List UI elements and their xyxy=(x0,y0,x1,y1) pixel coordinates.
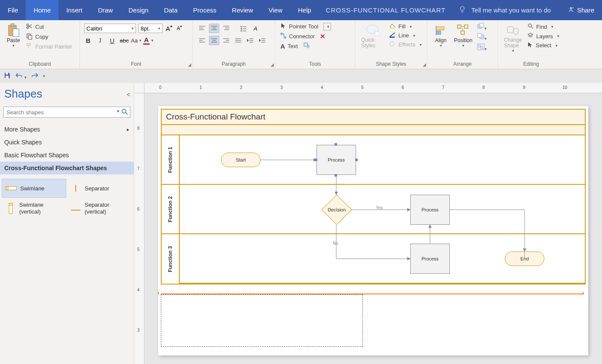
change-shape-button[interactable]: Change Shape▾ xyxy=(502,22,524,54)
customize-qat-button[interactable]: ▾ xyxy=(43,74,45,78)
send-backward-button[interactable]: ▾ xyxy=(477,33,487,42)
increase-font-icon[interactable]: A▴ xyxy=(165,24,173,32)
bring-forward-button[interactable]: ▾ xyxy=(477,23,487,31)
swimlane-container[interactable]: Cross-Functional Flowchart Function 1 Fu… xyxy=(161,109,586,284)
fill-button[interactable]: Fill xyxy=(388,22,423,31)
selection-handle[interactable] xyxy=(355,159,358,161)
font-name-select[interactable]: Calibri▾ xyxy=(84,24,136,33)
connector-tool-button[interactable]: Connector xyxy=(280,32,316,41)
drawing-page[interactable]: Cross-Functional Flowchart Function 1 Fu… xyxy=(158,106,588,355)
decrease-font-icon[interactable]: A▾ xyxy=(175,24,183,32)
lane-label-1[interactable]: Function 1 xyxy=(162,135,179,185)
search-shapes-input[interactable] xyxy=(3,107,130,118)
undo-button[interactable] xyxy=(15,72,27,80)
collapse-pane-button[interactable]: < xyxy=(127,91,130,98)
tab-draw[interactable]: Draw xyxy=(90,0,121,20)
category-basic-flowchart[interactable]: Basic Flowchart Shapes xyxy=(0,149,134,162)
svg-rect-17 xyxy=(390,28,395,29)
align-top-right-button[interactable] xyxy=(221,24,231,33)
category-cross-functional[interactable]: Cross-Functional Flowchart Shapes xyxy=(0,162,134,174)
underline-button[interactable]: U xyxy=(108,37,116,44)
copy-button[interactable]: Copy xyxy=(25,32,73,42)
find-button[interactable]: Find xyxy=(526,22,560,31)
decrease-indent-button[interactable] xyxy=(245,36,255,45)
tab-insert[interactable]: Insert xyxy=(58,0,90,20)
svg-rect-26 xyxy=(480,23,484,27)
tab-home[interactable]: Home xyxy=(26,0,58,20)
tab-data[interactable]: Data xyxy=(156,0,185,20)
select-button[interactable]: Select xyxy=(526,41,560,50)
phase-bar[interactable] xyxy=(162,125,585,135)
italic-button[interactable]: I xyxy=(96,37,104,44)
position-label: Position xyxy=(454,37,473,43)
tab-help[interactable]: Help xyxy=(290,0,319,20)
font-size-select[interactable]: 8pt.▾ xyxy=(138,24,163,33)
rectangle-tool-button[interactable] xyxy=(323,23,331,31)
bold-button[interactable]: B xyxy=(84,37,92,44)
paste-button[interactable]: Paste ▾ xyxy=(4,22,22,49)
strikethrough-button[interactable]: abc xyxy=(120,37,128,44)
flowchart-title[interactable]: Cross-Functional Flowchart xyxy=(162,110,585,125)
tab-process[interactable]: Process xyxy=(185,0,224,20)
align-center-button[interactable] xyxy=(209,36,219,45)
save-button[interactable] xyxy=(3,72,11,81)
svg-rect-28 xyxy=(478,34,482,37)
svg-rect-3 xyxy=(11,24,14,26)
shape-process-3[interactable]: Process xyxy=(410,244,450,274)
align-button[interactable]: Align▾ xyxy=(432,22,450,49)
align-top-left-button[interactable] xyxy=(197,24,207,33)
redo-button[interactable] xyxy=(31,72,39,80)
tab-file[interactable]: File xyxy=(0,0,26,20)
pointer-tool-button[interactable]: Pointer Tool xyxy=(280,22,319,31)
align-top-center-button[interactable] xyxy=(209,24,219,33)
selection-handle[interactable] xyxy=(315,159,317,161)
justify-button[interactable] xyxy=(233,36,243,45)
quick-styles-button[interactable]: Quick Styles xyxy=(359,22,385,49)
shape-styles-launcher-icon[interactable]: ◢ xyxy=(423,62,426,67)
lane-label-2[interactable]: Function 2 xyxy=(162,185,179,234)
bullets-button[interactable] xyxy=(238,24,249,33)
layers-button[interactable]: Layers xyxy=(526,31,560,41)
increase-indent-button[interactable] xyxy=(257,36,267,45)
font-dialog-launcher-icon[interactable]: ◢ xyxy=(188,62,191,67)
tab-review[interactable]: Review xyxy=(224,0,261,20)
change-case-button[interactable]: Aa xyxy=(132,37,140,44)
font-color-button[interactable]: A xyxy=(144,37,152,44)
shape-process-1[interactable]: Process xyxy=(316,145,356,175)
tab-view[interactable]: View xyxy=(261,0,290,20)
group-button[interactable]: ▾ xyxy=(477,43,487,52)
line-button[interactable]: Line xyxy=(388,31,423,40)
text-block-button[interactable] xyxy=(303,42,310,51)
shape-decision[interactable]: Decision xyxy=(322,195,352,225)
category-more-shapes[interactable]: More Shapes▸ xyxy=(0,123,134,136)
search-icon[interactable] xyxy=(121,108,129,117)
text-tool-button[interactable]: A Text xyxy=(280,42,299,51)
stencil-separator[interactable]: Separator xyxy=(66,179,131,198)
stencil-swimlane-vertical[interactable]: Swimlane (vertical) xyxy=(2,198,66,219)
stencil-separator-vertical[interactable]: Separator (vertical) xyxy=(66,198,131,219)
stencil-swimlane[interactable]: Swimlane xyxy=(2,179,66,198)
lane-label-3[interactable]: Function 3 xyxy=(162,234,179,284)
align-right-button[interactable] xyxy=(221,36,231,45)
effects-button[interactable]: Effects xyxy=(388,40,423,49)
selection-handle[interactable] xyxy=(335,143,337,146)
align-left-button[interactable] xyxy=(197,36,207,45)
shape-end[interactable]: End xyxy=(505,251,544,266)
format-painter-button[interactable]: Format Painter xyxy=(25,42,73,52)
drawing-canvas[interactable]: 0 1 2 3 4 5 6 7 8 9 10 8 7 6 5 4 3 xyxy=(134,83,602,364)
tabs-bar: File Home Insert Draw Design Data Proces… xyxy=(0,0,602,20)
cut-button[interactable]: Cut xyxy=(25,22,73,32)
connection-point-button[interactable]: ✕ xyxy=(320,33,326,40)
position-button[interactable]: Position▾ xyxy=(452,22,474,49)
tell-me-search[interactable]: Tell me what you want to do xyxy=(458,0,551,20)
shape-process-2[interactable]: Process xyxy=(410,195,450,225)
shape-start[interactable]: Start xyxy=(221,153,261,167)
search-filter-dropdown[interactable]: ▾ xyxy=(117,109,119,113)
tab-design[interactable]: Design xyxy=(121,0,157,20)
share-button[interactable]: Share xyxy=(560,0,602,20)
selection-handle[interactable] xyxy=(335,174,337,177)
paragraph-dialog-launcher-icon[interactable]: ◢ xyxy=(270,62,274,67)
stencil-label: Separator xyxy=(85,185,109,192)
category-quick-shapes[interactable]: Quick Shapes xyxy=(0,136,134,149)
clear-format-button[interactable]: A xyxy=(250,24,261,33)
